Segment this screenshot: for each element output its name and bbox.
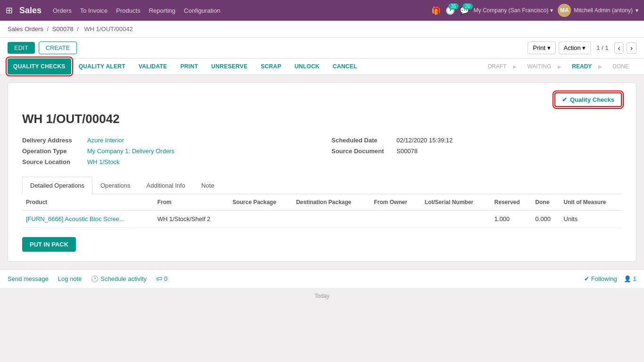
- grid-icon[interactable]: ⊞: [6, 5, 13, 16]
- source-location-value[interactable]: WH 1/Stock: [87, 158, 120, 165]
- breadcrumb-sep2: /: [77, 25, 79, 33]
- topnav-right: 🎁 🕐35 💬20 My Company (San Francisco) ▾ M…: [431, 4, 638, 17]
- field-scheduled-date: Scheduled Date 02/12/2020 15:39:12: [331, 137, 622, 144]
- tab-operations[interactable]: Operations: [92, 177, 139, 194]
- status-steps: DRAFT WAITING READY DONE: [480, 58, 636, 74]
- scheduled-date-value: 02/12/2020 15:39:12: [396, 137, 453, 144]
- tab-detailed-operations[interactable]: Detailed Operations: [22, 177, 92, 194]
- scheduled-date-label: Scheduled Date: [331, 137, 393, 144]
- gift-icon[interactable]: 🎁: [431, 6, 441, 15]
- menu-reporting[interactable]: Reporting: [149, 7, 175, 14]
- following-button[interactable]: ✔ Following: [584, 275, 617, 282]
- create-button[interactable]: CREATE: [39, 41, 77, 54]
- operations-table: Product From Source Package Destination …: [22, 194, 622, 228]
- user-chevron: ▾: [636, 7, 638, 14]
- main-menu: Orders To Invoice Products Reporting Con…: [53, 7, 431, 14]
- tab-note[interactable]: Note: [193, 177, 222, 194]
- breadcrumb-s00078[interactable]: S00078: [52, 25, 74, 33]
- breadcrumb-sep1: /: [47, 25, 49, 33]
- cell-source-package: [229, 211, 292, 228]
- tag-icon: 🏷: [156, 275, 162, 282]
- col-reserved: Reserved: [491, 194, 532, 211]
- col-unit: Unit of Measure: [560, 194, 622, 211]
- menu-products[interactable]: Products: [116, 7, 140, 14]
- pagination: 1 / 1: [596, 44, 608, 51]
- quality-checks-badge-area: ✔ Quality Checks: [22, 92, 622, 107]
- source-document-label: Source Document: [331, 148, 393, 155]
- breadcrumb-sales-orders[interactable]: Sales Orders: [8, 25, 43, 33]
- menu-orders[interactable]: Orders: [53, 7, 72, 14]
- cancel-button[interactable]: CANCEL: [327, 58, 363, 74]
- fields-grid: Delivery Address Azure Interior Operatio…: [22, 137, 622, 165]
- quality-checks-badge-button[interactable]: ✔ Quality Checks: [554, 92, 622, 107]
- user-menu[interactable]: MA Mitchell Admin (antony) ▾: [558, 4, 638, 17]
- footer-bar: Send message Log note 🕐 Schedule activit…: [0, 269, 644, 288]
- quality-checks-button[interactable]: QUALITY CHECKS: [8, 58, 71, 74]
- user-avatar: MA: [558, 4, 571, 17]
- print-label: Print: [533, 44, 545, 51]
- cell-destination-package: [292, 211, 370, 228]
- follower-count[interactable]: 👤 1: [624, 275, 636, 282]
- field-operation-type: Operation Type My Company 1: Delivery Or…: [22, 148, 313, 155]
- record-card: ✔ Quality Checks WH 1/OUT/00042 Delivery…: [8, 82, 636, 262]
- field-source-document: Source Document S00078: [331, 148, 622, 155]
- tag-count-button[interactable]: 🏷 0: [156, 275, 167, 282]
- delivery-address-label: Delivery Address: [22, 137, 83, 144]
- operation-type-value[interactable]: My Company 1: Delivery Orders: [87, 148, 174, 155]
- menu-to-invoice[interactable]: To Invoice: [80, 7, 108, 14]
- prev-record-button[interactable]: ‹: [614, 42, 624, 54]
- table-row: [FURN_6666] Acoustic Bloc Scree... WH 1/…: [22, 211, 622, 228]
- field-delivery-address: Delivery Address Azure Interior: [22, 137, 313, 144]
- send-message-link[interactable]: Send message: [8, 275, 49, 282]
- operation-bar: QUALITY CHECKS QUALITY ALERT VALIDATE PR…: [0, 58, 644, 75]
- schedule-activity-link[interactable]: 🕐 Schedule activity: [91, 275, 147, 282]
- chat-icon[interactable]: 💬20: [460, 6, 469, 15]
- cell-lot-serial: [421, 211, 491, 228]
- breadcrumb: Sales Orders / S00078 / WH 1/OUT/00042: [0, 21, 644, 38]
- product-link[interactable]: [FURN_6666] Acoustic Bloc Scree...: [26, 215, 124, 222]
- col-source-package: Source Package: [229, 194, 292, 211]
- company-name: My Company (San Francisco): [474, 7, 549, 14]
- record-title: WH 1/OUT/00042: [22, 112, 622, 126]
- next-record-button[interactable]: ›: [627, 42, 636, 54]
- footer-right: ✔ Following 👤 1: [584, 275, 636, 282]
- following-check-icon: ✔: [584, 275, 589, 282]
- cell-product: [FURN_6666] Acoustic Bloc Scree...: [22, 211, 154, 228]
- print-button[interactable]: Print ▾: [528, 41, 555, 54]
- edit-button[interactable]: EDIT: [8, 42, 35, 54]
- company-selector[interactable]: My Company (San Francisco) ▾: [474, 7, 553, 14]
- following-label: Following: [591, 275, 617, 282]
- schedule-activity-label: Schedule activity: [100, 275, 147, 282]
- operation-type-label: Operation Type: [22, 148, 83, 155]
- quality-alert-button[interactable]: QUALITY ALERT: [73, 58, 131, 74]
- field-group-left: Delivery Address Azure Interior Operatio…: [22, 137, 313, 165]
- cell-done: 0.000: [531, 211, 560, 228]
- cell-unit: Units: [560, 211, 622, 228]
- tag-count-value: 0: [164, 275, 167, 282]
- put-in-pack-button[interactable]: PUT IN PACK: [22, 237, 76, 252]
- status-draft: DRAFT: [480, 58, 514, 74]
- main-content: ✔ Quality Checks WH 1/OUT/00042 Delivery…: [0, 75, 644, 269]
- col-from-owner: From Owner: [370, 194, 421, 211]
- scrap-button[interactable]: SCRAP: [255, 58, 287, 74]
- delivery-address-value[interactable]: Azure Interior: [87, 137, 124, 144]
- company-chevron: ▾: [550, 7, 553, 14]
- person-icon: 👤: [624, 275, 631, 282]
- source-document-value: S00078: [396, 148, 418, 155]
- log-note-link[interactable]: Log note: [58, 275, 82, 282]
- action-button[interactable]: Action ▾: [559, 41, 591, 54]
- tab-additional-info[interactable]: Additional Info: [139, 177, 193, 194]
- validate-button[interactable]: VALIDATE: [133, 58, 173, 74]
- source-location-label: Source Location: [22, 158, 83, 165]
- print-op-button[interactable]: PRINT: [175, 58, 204, 74]
- user-name: Mitchell Admin (antony): [574, 7, 633, 14]
- menu-configuration[interactable]: Configuration: [184, 7, 220, 14]
- unlock-button[interactable]: UNLOCK: [289, 58, 325, 74]
- top-navigation: ⊞ Sales Orders To Invoice Products Repor…: [0, 0, 644, 21]
- brand-logo: Sales: [19, 6, 41, 16]
- date-divider: Today: [0, 288, 644, 304]
- unreserve-button[interactable]: UNRESERVE: [206, 58, 253, 74]
- clock-icon[interactable]: 🕐35: [446, 6, 455, 15]
- action-label: Action: [564, 44, 581, 51]
- cell-from-owner: [370, 211, 421, 228]
